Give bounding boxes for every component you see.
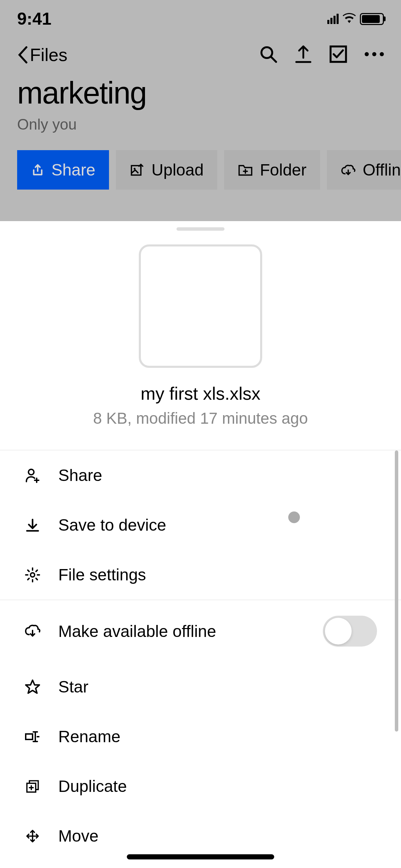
- menu-save-label: Save to device: [58, 516, 166, 534]
- file-meta: 8 KB, modified 17 minutes ago: [93, 409, 308, 427]
- offline-toggle[interactable]: [323, 616, 377, 647]
- person-add-icon: [24, 467, 41, 484]
- file-thumbnail[interactable]: [139, 244, 262, 368]
- star-icon: [24, 679, 41, 695]
- file-actions-sheet: my first xls.xlsx 8 KB, modified 17 minu…: [0, 221, 401, 868]
- menu-share-label: Share: [58, 466, 102, 485]
- home-indicator[interactable]: [127, 854, 274, 859]
- download-icon: [25, 518, 40, 533]
- file-preview: my first xls.xlsx 8 KB, modified 17 minu…: [0, 231, 401, 438]
- menu-offline-label: Make available offline: [58, 622, 216, 641]
- drag-handle[interactable]: [177, 227, 224, 231]
- file-name: my first xls.xlsx: [141, 383, 260, 404]
- menu-settings-label: File settings: [58, 565, 146, 584]
- menu-file-settings[interactable]: File settings: [0, 550, 401, 600]
- svg-rect-12: [26, 734, 33, 739]
- move-icon: [25, 829, 40, 844]
- menu-duplicate[interactable]: Duplicate: [0, 761, 401, 811]
- svg-point-9: [28, 469, 34, 475]
- cursor-indicator: [288, 511, 300, 523]
- menu-duplicate-label: Duplicate: [58, 777, 127, 796]
- rename-icon: [24, 730, 41, 744]
- menu-rename[interactable]: Rename: [0, 712, 401, 761]
- menu-star-label: Star: [58, 677, 88, 696]
- menu-share[interactable]: Share: [0, 450, 401, 500]
- duplicate-icon: [25, 779, 40, 794]
- menu-star[interactable]: Star: [0, 662, 401, 712]
- menu-rename-label: Rename: [58, 727, 120, 746]
- menu-move[interactable]: Move: [0, 811, 401, 845]
- scrollbar[interactable]: [395, 450, 398, 732]
- cloud-download-icon: [24, 624, 41, 638]
- menu-move-label: Move: [58, 827, 98, 845]
- svg-point-11: [31, 573, 35, 577]
- menu-save-to-device[interactable]: Save to device: [0, 500, 401, 550]
- menu-list: Share Save to device File settings Make …: [0, 450, 401, 845]
- menu-make-offline[interactable]: Make available offline: [0, 600, 401, 662]
- gear-icon: [24, 567, 41, 583]
